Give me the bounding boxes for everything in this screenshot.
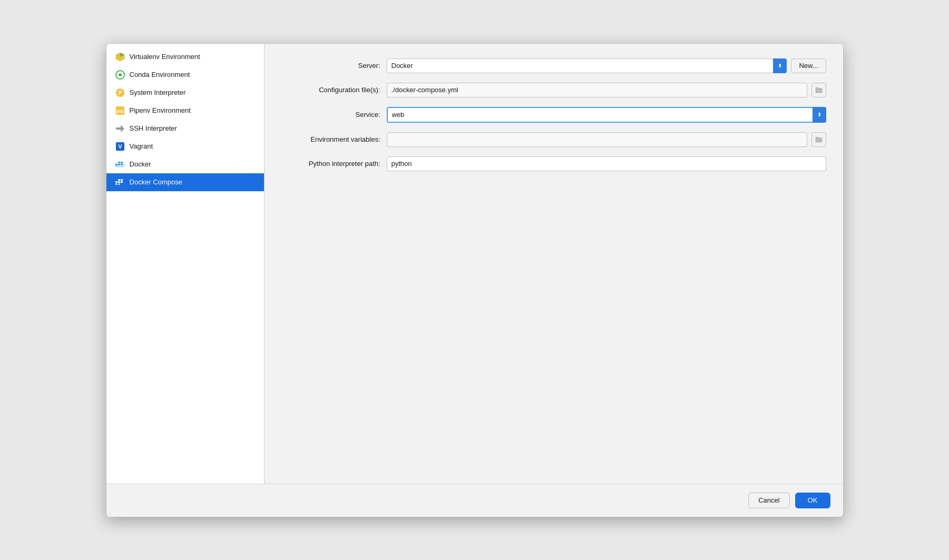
service-field-row: web ⬍	[387, 107, 826, 123]
sidebar-item-label-docker-compose: Docker Compose	[130, 178, 182, 186]
svg-rect-15	[121, 162, 123, 163]
env-vars-input[interactable]	[387, 132, 807, 147]
service-select[interactable]: web	[387, 107, 826, 123]
python-path-input[interactable]	[387, 156, 826, 171]
service-select-wrapper: web ⬍	[387, 107, 826, 123]
sidebar-item-label-conda: Conda Environment	[130, 71, 190, 78]
svg-rect-13	[121, 164, 123, 165]
python-path-label: Python interpreter path:	[281, 160, 387, 168]
ok-button[interactable]: OK	[795, 493, 830, 508]
svg-marker-8	[116, 125, 124, 132]
svg-text:V: V	[118, 143, 122, 150]
main-content: Server: Docker ⬍ New... Configuration fi…	[265, 44, 843, 484]
svg-rect-17	[118, 181, 120, 183]
sidebar-item-vagrant[interactable]: V Vagrant	[106, 137, 264, 155]
server-select-wrapper: Docker ⬍	[387, 58, 787, 73]
ssh-icon	[115, 123, 125, 134]
folder-icon	[815, 87, 823, 93]
svg-rect-22	[118, 183, 120, 185]
server-label: Server:	[281, 62, 387, 70]
svg-rect-14	[118, 162, 120, 163]
svg-point-3	[119, 73, 122, 76]
dialog-body: Virtualenv Environment Conda Environment	[106, 44, 843, 484]
config-files-field-row	[387, 83, 826, 97]
sidebar-item-docker-compose[interactable]: Docker Compose	[106, 173, 264, 191]
svg-text:P: P	[118, 90, 122, 96]
svg-rect-19	[118, 179, 120, 181]
sidebar-item-label-docker: Docker	[130, 160, 151, 168]
system-icon: P	[115, 87, 125, 98]
sidebar-item-ssh[interactable]: SSH Interpreter	[106, 120, 264, 137]
sidebar-item-pipenv[interactable]: pip Pipenv Environment	[106, 102, 264, 120]
sidebar-item-label-pipenv: Pipenv Environment	[130, 106, 191, 114]
config-files-browse-button[interactable]	[811, 83, 826, 97]
dialog-footer: Cancel OK	[106, 484, 843, 517]
new-button[interactable]: New...	[791, 58, 826, 73]
pipenv-icon: pip	[115, 105, 125, 116]
folder-icon-2	[815, 136, 823, 143]
sidebar-item-virtualenv[interactable]: Virtualenv Environment	[106, 48, 264, 66]
svg-rect-18	[121, 181, 123, 183]
env-vars-label: Environment variables:	[281, 135, 387, 143]
service-label: Service:	[281, 111, 387, 119]
python-path-field-row	[387, 156, 826, 171]
sidebar: Virtualenv Environment Conda Environment	[106, 44, 265, 484]
sidebar-item-label-vagrant: Vagrant	[130, 142, 153, 150]
form-grid: Server: Docker ⬍ New... Configuration fi…	[281, 58, 826, 171]
sidebar-item-conda[interactable]: Conda Environment	[106, 66, 264, 84]
server-select[interactable]: Docker	[387, 58, 787, 73]
svg-rect-20	[121, 179, 123, 181]
vagrant-icon: V	[115, 141, 125, 152]
svg-rect-21	[115, 183, 118, 185]
cancel-button[interactable]: Cancel	[748, 493, 789, 508]
docker-icon	[115, 159, 125, 170]
conda-icon	[115, 70, 125, 80]
config-files-input[interactable]	[387, 83, 807, 97]
sidebar-item-system[interactable]: P System Interpreter	[106, 84, 264, 102]
config-files-label: Configuration file(s):	[281, 86, 387, 94]
sidebar-item-docker[interactable]: Docker	[106, 155, 264, 173]
sidebar-item-label-virtualenv: Virtualenv Environment	[130, 53, 200, 61]
env-vars-browse-button[interactable]	[811, 132, 826, 147]
docker-compose-icon	[115, 177, 125, 188]
sidebar-item-label-ssh: SSH Interpreter	[130, 124, 177, 132]
svg-text:pip: pip	[116, 109, 124, 114]
svg-rect-12	[118, 164, 120, 165]
server-field-row: Docker ⬍ New...	[387, 58, 826, 73]
virtualenv-icon	[115, 52, 125, 62]
dialog: Virtualenv Environment Conda Environment	[106, 43, 844, 517]
svg-rect-16	[115, 181, 118, 183]
env-vars-field-row	[387, 132, 826, 147]
sidebar-item-label-system: System Interpreter	[130, 89, 186, 96]
